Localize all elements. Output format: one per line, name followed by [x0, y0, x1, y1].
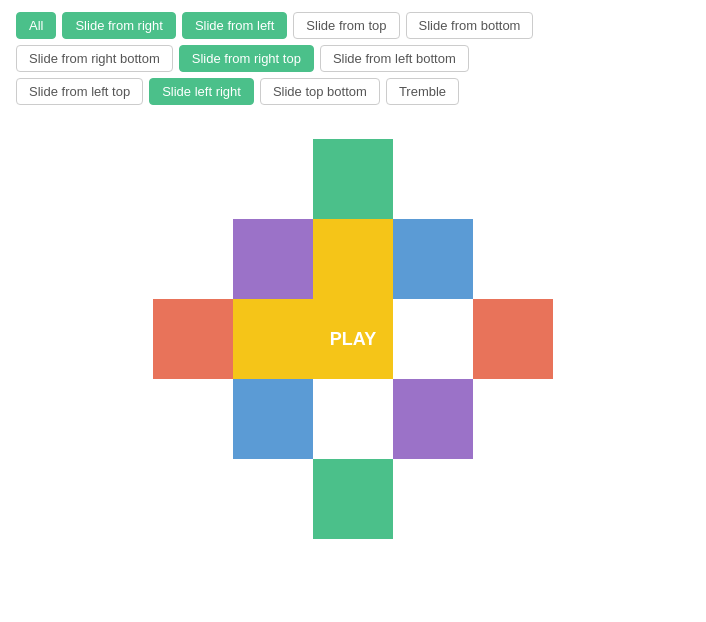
filter-btn-slide-left[interactable]: Slide from left [182, 12, 287, 39]
filter-area: AllSlide from rightSlide from leftSlide … [0, 0, 706, 119]
filter-btn-slide-right-top[interactable]: Slide from right top [179, 45, 314, 72]
filter-btn-slide-top[interactable]: Slide from top [293, 12, 399, 39]
grid-cell-4-3 [393, 459, 473, 539]
grid-cell-1-1 [233, 219, 313, 299]
grid-cell-3-4 [473, 379, 553, 459]
filter-btn-slide-left-top[interactable]: Slide from left top [16, 78, 143, 105]
grid-cell-4-1 [233, 459, 313, 539]
filter-btn-slide-right[interactable]: Slide from right [62, 12, 175, 39]
grid-cell-0-4 [473, 139, 553, 219]
grid-cell-4-4 [473, 459, 553, 539]
filter-row-3: Slide from left topSlide left rightSlide… [16, 78, 690, 105]
filter-btn-tremble[interactable]: Tremble [386, 78, 459, 105]
filter-btn-slide-right-bottom[interactable]: Slide from right bottom [16, 45, 173, 72]
grid-cell-2-1 [233, 299, 313, 379]
grid-cell-1-4 [473, 219, 553, 299]
filter-row-1: AllSlide from rightSlide from leftSlide … [16, 12, 690, 39]
play-button[interactable]: PLAY [313, 299, 393, 379]
grid-cell-0-1 [233, 139, 313, 219]
grid-cell-1-0 [153, 219, 233, 299]
play-area: PLAY [0, 139, 706, 539]
grid-cell-0-3 [393, 139, 473, 219]
grid-cell-2-3 [393, 299, 473, 379]
grid-cell-3-0 [153, 379, 233, 459]
filter-row-2: Slide from right bottomSlide from right … [16, 45, 690, 72]
grid-cell-3-2 [313, 379, 393, 459]
filter-btn-slide-left-bottom[interactable]: Slide from left bottom [320, 45, 469, 72]
filter-btn-slide-top-bottom[interactable]: Slide top bottom [260, 78, 380, 105]
grid-cell-2-4 [473, 299, 553, 379]
animation-grid: PLAY [153, 139, 553, 539]
grid-cell-1-2 [313, 219, 393, 299]
grid-cell-3-1 [233, 379, 313, 459]
grid-cell-0-0 [153, 139, 233, 219]
grid-cell-0-2 [313, 139, 393, 219]
filter-btn-slide-left-right[interactable]: Slide left right [149, 78, 254, 105]
grid-cell-3-3 [393, 379, 473, 459]
filter-btn-all[interactable]: All [16, 12, 56, 39]
grid-cell-1-3 [393, 219, 473, 299]
filter-btn-slide-bottom[interactable]: Slide from bottom [406, 12, 534, 39]
grid-cell-4-0 [153, 459, 233, 539]
grid-cell-2-0 [153, 299, 233, 379]
grid-cell-4-2 [313, 459, 393, 539]
